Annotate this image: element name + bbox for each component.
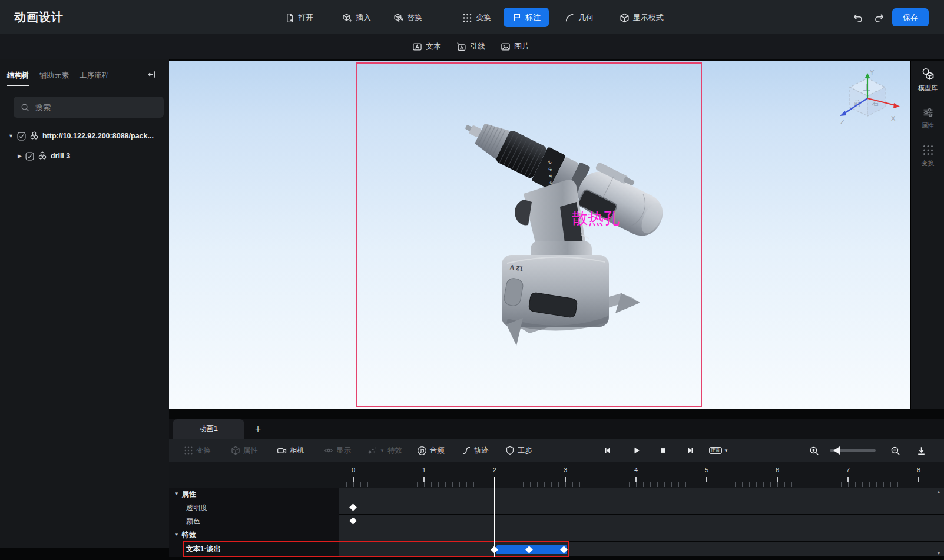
search-icon — [21, 103, 29, 112]
open-button[interactable]: 打开 — [284, 9, 313, 26]
timeline-track-button[interactable]: 轨迹 — [462, 443, 489, 458]
skip-end-button[interactable] — [683, 444, 696, 457]
chevron-down-icon: ▼ — [724, 448, 728, 453]
search-input[interactable] — [34, 102, 143, 112]
app-window: 动画设计 打开 插入 替换 变换 标注 几何 显示模式 — [0, 0, 944, 560]
search-box[interactable] — [14, 97, 164, 118]
ruler-label: 8 — [917, 466, 920, 473]
sidebar-item-model-library[interactable]: 模型库 — [911, 68, 944, 92]
ruler-label: 2 — [493, 466, 496, 473]
expander-down-icon[interactable]: ▼ — [8, 134, 14, 139]
timeline-tab-animation1[interactable]: 动画1 — [173, 419, 244, 439]
shield-icon — [505, 446, 515, 455]
zoom-slider-handle[interactable] — [833, 446, 840, 455]
orientation-nav-cube[interactable]: 上 前 右 Y X Z — [834, 68, 902, 132]
redo-icon — [874, 12, 885, 24]
timeline-ruler[interactable]: 0 1 2 3 4 5 6 7 8 — [169, 462, 944, 488]
row-group-effect[interactable]: ▼ 特效 — [174, 528, 196, 541]
text-annotation-button[interactable]: 文本 — [412, 39, 441, 54]
selected-row-highlight — [183, 541, 569, 557]
display-mode-button[interactable]: 显示模式 — [620, 9, 664, 26]
timeline-playhead[interactable] — [494, 477, 495, 557]
undo-icon — [852, 12, 863, 24]
ruler-major-tick — [706, 477, 707, 482]
timeline-transform-button-disabled[interactable]: 变换 — [184, 443, 211, 458]
tab-auxiliary-elements[interactable]: 辅助元素 — [39, 71, 69, 81]
timeline-camera-button[interactable]: 相机 — [277, 443, 304, 458]
viewport-3d[interactable]: 2 3 4 5 12 — [169, 61, 910, 409]
row-color-label[interactable]: 颜色 — [186, 515, 200, 528]
model-library-icon — [922, 68, 935, 81]
skip-start-button[interactable] — [602, 444, 615, 457]
collapse-left-icon — [147, 69, 157, 79]
geometry-button[interactable]: 几何 — [565, 9, 594, 26]
ruler-label: 6 — [776, 466, 779, 473]
zoom-out-button[interactable] — [889, 444, 902, 457]
annotation-selection-box[interactable] — [356, 62, 702, 407]
dots-grid-icon — [462, 13, 472, 23]
right-sidebar: 模型库 属性 变换 — [910, 61, 944, 409]
checkbox-checked-icon[interactable] — [25, 152, 34, 161]
collapse-panel-button[interactable] — [147, 69, 157, 79]
track-row-color[interactable] — [339, 515, 944, 528]
tab-structure-tree[interactable]: 结构树 — [7, 71, 29, 81]
redo-button-disabled[interactable] — [874, 9, 885, 26]
tree-item-label: http://10.122.92.200:8088/pack... — [42, 132, 154, 140]
leader-annotation-button[interactable]: 引线 — [456, 39, 485, 54]
ruler-major-tick — [565, 477, 566, 482]
sidebar-divider — [916, 100, 939, 100]
timeline-display-button-disabled[interactable]: 显示 — [324, 443, 351, 458]
track-row-property-group[interactable] — [339, 488, 944, 501]
assembly-icon — [38, 151, 47, 161]
timeline-audio-button[interactable]: 音频 — [417, 443, 445, 458]
checkbox-checked-icon[interactable] — [17, 132, 26, 141]
zoom-in-button[interactable] — [807, 444, 820, 457]
tab-process-flow[interactable]: 工序流程 — [80, 71, 109, 81]
cube-icon — [231, 446, 240, 455]
text-frame-icon — [412, 42, 422, 52]
annotate-button-active[interactable]: 标注 — [504, 8, 549, 27]
scroll-up-icon[interactable]: ▲ — [936, 490, 941, 495]
ruler-minor-ticks — [346, 482, 943, 487]
timeline-property-button-disabled[interactable]: 属性 — [231, 443, 258, 458]
tree-row-package[interactable]: ▼ http://10.122.92.200:8088/pack... — [8, 130, 154, 143]
track-row-effect-group[interactable] — [339, 528, 944, 541]
stop-button[interactable] — [657, 444, 670, 457]
group-expander-icon[interactable]: ▼ — [174, 532, 179, 537]
image-annotation-button[interactable]: 图片 — [501, 39, 529, 54]
left-sidebar: 结构树 辅助元素 工序流程 ▼ http://10.122.92.200:808… — [0, 59, 170, 548]
group-expander-icon[interactable]: ▼ — [174, 492, 179, 496]
ruler-major-tick — [918, 477, 919, 482]
x-axis-label: X — [891, 115, 896, 122]
expander-right-icon[interactable]: ▶ — [18, 154, 22, 159]
arc-icon — [565, 13, 575, 23]
annotation-flag-icon — [512, 12, 522, 22]
annotation-text[interactable]: 散热孔 — [572, 208, 620, 229]
file-open-icon — [284, 13, 294, 23]
sidebar-item-transform[interactable]: 变换 — [911, 144, 944, 168]
playback-speed-button[interactable]: 正常 ▼ — [709, 443, 728, 458]
timeline-tab-bar: 动画1 + — [169, 419, 944, 439]
undo-button[interactable] — [852, 9, 863, 26]
tree-row-drill3[interactable]: ▶ drill 3 — [18, 150, 70, 163]
assembly-icon — [29, 131, 39, 141]
scroll-down-icon[interactable]: ▼ — [936, 551, 941, 556]
transform-button[interactable]: 变换 — [462, 9, 491, 26]
save-button[interactable]: 保存 — [892, 8, 929, 26]
replace-button[interactable]: 替换 — [393, 9, 422, 26]
row-opacity-label[interactable]: 透明度 — [186, 501, 207, 514]
image-icon — [501, 42, 511, 52]
add-animation-tab-button[interactable]: + — [250, 422, 266, 437]
sliders-icon — [922, 107, 934, 118]
ruler-major-tick — [847, 477, 849, 482]
row-group-property[interactable]: ▼ 属性 — [174, 488, 196, 501]
timeline-effect-button-disabled[interactable]: ▼ 特效 — [367, 443, 402, 458]
play-button[interactable] — [630, 444, 643, 457]
insert-button[interactable]: 插入 — [342, 9, 371, 26]
ruler-major-tick — [777, 477, 778, 482]
export-button[interactable] — [915, 444, 928, 457]
sidebar-item-properties[interactable]: 属性 — [911, 107, 944, 130]
track-row-opacity[interactable] — [339, 501, 944, 514]
timeline-step-button[interactable]: 工步 — [505, 443, 532, 458]
cube-icon — [620, 13, 630, 23]
